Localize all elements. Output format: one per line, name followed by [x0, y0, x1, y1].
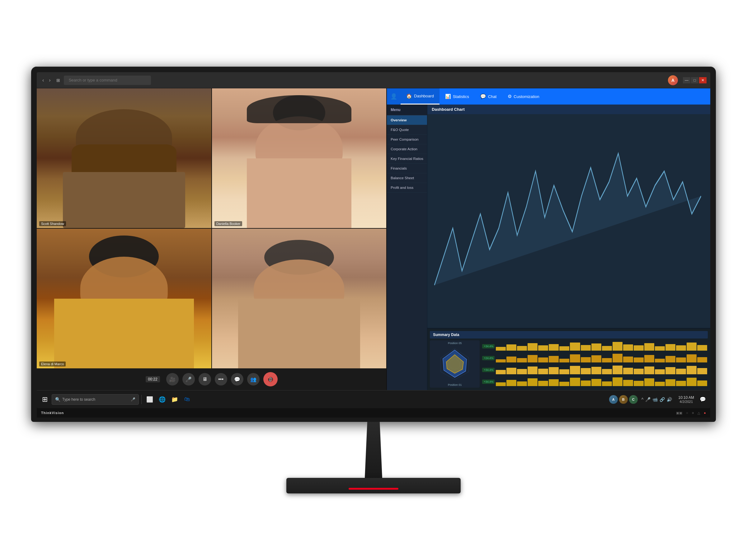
camera-systray-icon[interactable]: 📹	[652, 397, 658, 402]
video-grid: Scott Shandow Daniella Booker	[37, 88, 386, 368]
user-profile-icon: 👤	[390, 93, 397, 100]
nav-customization[interactable]: ⚙ Customization	[502, 88, 545, 105]
end-call-button[interactable]: 📵	[263, 372, 278, 386]
people-button[interactable]: 👥	[247, 373, 260, 385]
mini-bar-item	[602, 346, 612, 351]
mini-bar-item	[507, 344, 516, 351]
video-tile-2: Daniella Booker	[212, 88, 387, 228]
mini-bar-item	[687, 366, 697, 374]
nav-chat[interactable]: 💬 Chat	[475, 88, 502, 105]
screen-share-button[interactable]: 🖥	[199, 373, 211, 385]
brand-ctrl-3[interactable]: ≡	[692, 411, 694, 415]
user-avatar: A	[668, 75, 678, 85]
systray: A B C ^ 🎤 📹 🔗 🔊 10:10 AM 4/2/2021 💬	[609, 395, 708, 404]
sidebar-item-key-ratios[interactable]: Key Financial Ratios	[387, 154, 427, 164]
video-section: Scott Shandow Daniella Booker	[37, 88, 387, 390]
sidebar-item-profit-loss[interactable]: Profit and loss	[387, 183, 427, 193]
chat-button[interactable]: 💬	[231, 373, 243, 385]
taskbar-search[interactable]: 🔍 Type here to search 🎤	[52, 394, 139, 405]
nav-statistics[interactable]: 📊 Statistics	[439, 88, 475, 105]
mini-chart-row-3: +34.4%	[482, 365, 707, 375]
sidebar-item-balance-sheet[interactable]: Balance Sheet	[387, 173, 427, 183]
mini-bar-item	[559, 346, 569, 351]
store-button[interactable]: 🛍	[181, 394, 193, 405]
mini-bar-item	[676, 369, 686, 374]
mini-bar-item	[644, 343, 654, 351]
radar-chart: Position 05	[430, 340, 480, 388]
mini-bar-item	[507, 356, 516, 363]
mic-toggle-button[interactable]: 🎤	[182, 373, 195, 385]
systray-avatar-1: A	[609, 395, 618, 404]
sidebar-item-corporate-action[interactable]: Corporate Action	[387, 144, 427, 154]
sidebar-item-fo-quote[interactable]: F&O Quote	[387, 125, 427, 135]
start-button[interactable]: ⊞	[39, 394, 50, 405]
nav-dashboard[interactable]: 🏠 Dashboard	[401, 88, 439, 105]
network-icon[interactable]: 🔗	[660, 397, 665, 402]
mini-bar-item	[613, 377, 622, 386]
nav-dashboard-label: Dashboard	[414, 94, 434, 98]
end-call-icon: 📵	[267, 376, 274, 382]
brand-ctrl-1[interactable]: ▣▣	[676, 411, 682, 415]
task-view-icon: ⬜	[146, 396, 153, 403]
close-button[interactable]: ✕	[699, 77, 706, 83]
mini-bar-item	[613, 354, 622, 363]
more-options-button[interactable]: •••	[215, 373, 227, 385]
explorer-button[interactable]: 📁	[169, 394, 180, 405]
summary-title: Summary Data	[430, 331, 708, 339]
screen-brand-bar: ThinkVision ▣▣ ○ ≡ △ ●	[37, 408, 710, 418]
mini-bar-item	[666, 379, 675, 386]
screen: ‹ › ⊞ A — □ ✕	[37, 72, 710, 408]
video-person-2	[212, 88, 387, 228]
mic-icon: 🎤	[185, 376, 192, 382]
edge-icon: 🌐	[159, 396, 165, 403]
monitor-wrapper: ‹ › ⊞ A — □ ✕	[31, 66, 716, 494]
mini-bar-item	[496, 370, 506, 374]
mini-bar-item	[581, 345, 591, 351]
summary-content: Position 05	[430, 340, 708, 388]
microphone-systray-icon[interactable]: 🎤	[645, 397, 650, 402]
sidebar-menu: Menu Overview F&O Quote Peer Comparison …	[387, 105, 427, 390]
mini-bar-item	[666, 344, 675, 351]
nav-chat-label: Chat	[488, 94, 496, 99]
mini-bar-item	[570, 343, 580, 351]
video-tile-3: Elena di Marco	[37, 229, 211, 368]
mini-bar-item	[581, 380, 591, 386]
mini-bar-item	[623, 380, 633, 386]
mini-bar-item	[507, 380, 516, 386]
mini-bar-item	[602, 381, 612, 386]
mini-bar-item	[496, 347, 506, 351]
titlebar-nav: ‹ ›	[41, 77, 53, 84]
clock[interactable]: 10:10 AM 4/2/2021	[676, 395, 697, 403]
arrow-icon[interactable]: ^	[642, 397, 644, 402]
notification-button[interactable]: 💬	[698, 396, 708, 402]
mini-bar-item	[687, 354, 697, 363]
mini-bar-item	[507, 368, 516, 374]
video-tile-4	[212, 229, 387, 368]
mini-bar-item	[623, 368, 633, 374]
minimize-button[interactable]: —	[683, 77, 690, 83]
mini-chart-row-4: +34.4%	[482, 376, 707, 387]
sidebar-item-overview[interactable]: Overview	[387, 115, 427, 125]
clock-date: 4/2/2021	[679, 400, 693, 403]
task-view-button[interactable]: ⬜	[144, 394, 155, 405]
chart-title: Dashboard Chart	[427, 105, 710, 114]
nav-back-button[interactable]: ‹	[41, 77, 46, 84]
participant-name-3: Elena di Marco	[39, 362, 66, 367]
search-icon: 🔍	[55, 397, 60, 402]
sidebar-item-peer-comparison[interactable]: Peer Comparison	[387, 135, 427, 144]
nav-forward-button[interactable]: ›	[47, 77, 52, 84]
main-content: Scott Shandow Daniella Booker	[37, 88, 710, 390]
titlebar-search-input[interactable]	[64, 76, 151, 85]
sidebar-item-financials[interactable]: Financials	[387, 164, 427, 173]
edge-button[interactable]: 🌐	[157, 394, 168, 405]
mini-bar-item	[634, 357, 644, 363]
mini-bar-item	[634, 381, 644, 386]
maximize-button[interactable]: □	[691, 77, 698, 83]
brand-ctrl-2[interactable]: ○	[686, 411, 688, 415]
volume-icon[interactable]: 🔊	[667, 397, 672, 402]
brand-ctrl-4[interactable]: △	[697, 411, 700, 415]
mini-bar-item	[570, 366, 580, 374]
mini-bars-1	[496, 342, 707, 351]
video-toggle-button[interactable]: 🎥	[166, 373, 179, 385]
mini-bar-item	[591, 379, 601, 386]
